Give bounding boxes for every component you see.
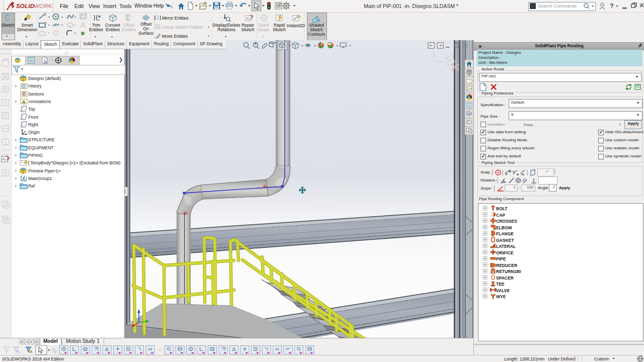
svg-text:Sensors: Sensors bbox=[28, 92, 44, 97]
svg-text:✂: ✂ bbox=[98, 19, 100, 22]
svg-text:MateGroup1: MateGroup1 bbox=[28, 176, 52, 181]
svg-text:PIPING: PIPING bbox=[28, 153, 43, 158]
svg-text:STRUCTURE: STRUCTURE bbox=[28, 137, 55, 142]
svg-text:SOLID: SOLID bbox=[16, 3, 34, 9]
svg-text:PIPE: PIPE bbox=[496, 256, 506, 261]
svg-text:[ TempBody^Disegno ]<1> (Exclu: [ TempBody^Disegno ]<1> (Excluded from B… bbox=[28, 160, 121, 165]
svg-text:A: A bbox=[275, 347, 278, 351]
svg-text:SPACER: SPACER bbox=[496, 276, 514, 281]
svg-text:FLANGE: FLANGE bbox=[496, 231, 514, 236]
svg-text:Right: Right bbox=[28, 122, 38, 127]
svg-text:Front: Front bbox=[28, 115, 38, 120]
svg-text:Annotations: Annotations bbox=[28, 99, 51, 104]
svg-text:CROSSES: CROSSES bbox=[496, 219, 517, 224]
svg-text:RETURN180: RETURN180 bbox=[496, 269, 521, 274]
svg-text:EQUIPMENT: EQUIPMENT bbox=[28, 145, 54, 150]
svg-text:REDUCER: REDUCER bbox=[496, 263, 517, 268]
svg-text:?: ? bbox=[610, 2, 614, 10]
svg-text:ORIFICE: ORIFICE bbox=[496, 250, 514, 255]
svg-text:Top: Top bbox=[28, 107, 35, 112]
svg-text:TEE: TEE bbox=[496, 282, 505, 287]
svg-text:WORKS: WORKS bbox=[34, 3, 53, 9]
svg-text:Disegno (default): Disegno (default) bbox=[28, 76, 61, 81]
svg-text:a: a bbox=[69, 24, 71, 27]
svg-text:A: A bbox=[22, 100, 26, 105]
svg-text:ELBOW: ELBOW bbox=[496, 225, 513, 230]
svg-text:GASKET: GASKET bbox=[496, 238, 514, 243]
svg-text:Origin: Origin bbox=[28, 130, 40, 135]
svg-text:History: History bbox=[28, 83, 42, 88]
svg-text:LATERAL: LATERAL bbox=[496, 244, 516, 249]
svg-text:A: A bbox=[148, 347, 151, 351]
svg-text:WYE: WYE bbox=[496, 294, 506, 299]
svg-text:Preview Pipe<1>: Preview Pipe<1> bbox=[28, 168, 60, 173]
svg-text:x: x bbox=[509, 169, 511, 172]
svg-text:BOLT: BOLT bbox=[496, 206, 508, 211]
svg-text:Ref: Ref bbox=[28, 184, 35, 189]
svg-text:CAP: CAP bbox=[496, 213, 505, 218]
svg-text:VALVE: VALVE bbox=[496, 288, 510, 293]
